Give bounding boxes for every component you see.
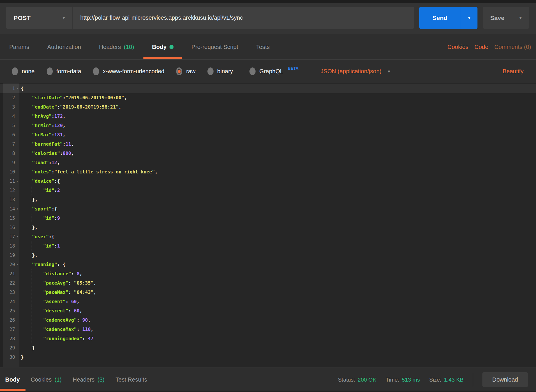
code-line[interactable]: 2 "startDate":"2019-06-20T19:00:00", [0,93,536,102]
radio-label: raw [186,68,195,75]
fold-arrow-icon[interactable]: ▾ [15,204,20,214]
code-line[interactable]: 30} [0,353,536,362]
code-line[interactable]: 20▾ "running": { [0,260,536,269]
code-line[interactable]: 12 "id":2 [0,186,536,195]
save-label: Save [490,14,504,21]
code-line[interactable]: 1▾{ [0,84,536,93]
tab-label: Headers [99,44,121,50]
code-line[interactable]: 8 "calories":800, [0,149,536,158]
tab-headers[interactable]: Headers(10) [99,35,134,59]
send-button[interactable]: Send [419,7,461,29]
radio-label: none [22,68,35,75]
download-button[interactable]: Download [482,372,528,387]
save-button[interactable]: Save [483,7,512,29]
code-line[interactable]: 23 "paceMax": "04:43", [0,288,536,297]
fold-arrow-icon[interactable]: ▾ [15,84,20,93]
send-dropdown-button[interactable]: ▾ [461,7,477,29]
fold-arrow-icon[interactable]: ▾ [15,232,20,241]
line-number: 25 [3,306,19,316]
code-line[interactable]: 18 "id":1 [0,241,536,251]
code-text: } [21,343,35,353]
code-line[interactable]: 15 "id":9 [0,214,536,223]
beautify-link[interactable]: Beautify [503,60,524,83]
line-number: 24 [3,297,19,306]
tab-count-badge: (1) [54,376,61,383]
request-toolbar: POST ▾ http://polar-flow-api-microservic… [0,3,536,34]
radio-x-www-form-urlencoded[interactable]: x-www-form-urlencoded [93,67,164,75]
radio-label: form-data [56,68,81,75]
line-number: 10 [3,167,19,177]
code-line[interactable]: 5 "hrMin":120, [0,121,536,130]
fold-arrow-icon[interactable]: ▾ [15,260,20,269]
radio-circle-icon [207,67,214,75]
code-line[interactable]: 11▾ "device":{ [0,177,536,186]
request-tab-links: Cookies Code Comments (0) [447,35,531,59]
code-line[interactable]: 24 "ascent": 60, [0,297,536,306]
response-tab-test-results[interactable]: Test Results [116,367,147,392]
code-line[interactable]: 29 } [0,343,536,353]
time-stat: Time: 513 ms [386,377,420,383]
code-line[interactable]: 6 "hrMax":181, [0,130,536,140]
code-line[interactable]: 9 "load":12, [0,158,536,167]
radio-raw[interactable]: raw [176,67,195,75]
response-tab-cookies[interactable]: Cookies(1) [31,367,62,392]
chevron-down-icon: ▾ [468,15,471,21]
tab-params[interactable]: Params [9,35,29,59]
fold-arrow-icon[interactable]: ▾ [15,177,20,186]
comments-link[interactable]: Comments (0) [494,44,531,50]
url-input[interactable]: http://polar-flow-api-microservices.apps… [73,7,414,29]
code-editor[interactable]: 1▾{2 "startDate":"2019-06-20T19:00:00",3… [0,83,536,367]
code-line[interactable]: 17▾ "user":{ [0,232,536,241]
beautify-label: Beautify [503,68,524,75]
line-number: 9 [3,158,19,167]
tab-label: Headers [73,376,95,383]
code-line[interactable]: 25 "descent": 60, [0,306,536,316]
code-line[interactable]: 19 }, [0,251,536,260]
line-number: 8 [3,149,19,158]
code-line[interactable]: 14▾ "sport":{ [0,204,536,214]
code-line[interactable]: 26 "cadenceAvg": 90, [0,316,536,325]
code-text: { [21,84,24,93]
radio-graphql[interactable]: GraphQLBETA [249,67,298,75]
code-line[interactable]: 27 "cadenceMax": 110, [0,325,536,334]
tab-pre-request-script[interactable]: Pre-request Script [192,35,238,59]
code-text: "user":{ [21,232,54,241]
radio-binary[interactable]: binary [207,67,233,75]
tab-authorization[interactable]: Authorization [47,35,81,59]
tab-body[interactable]: Body [152,35,174,59]
code-text: "distance": 8, [21,269,82,279]
code-line[interactable]: 7 "burnedFat":11, [0,140,536,149]
tab-tests[interactable]: Tests [256,35,270,59]
code-text: "startDate":"2019-06-20T19:00:00", [21,93,127,102]
request-tabs: ParamsAuthorizationHeaders(10)BodyPre-re… [9,35,270,59]
code-link[interactable]: Code [474,44,488,50]
save-dropdown-button[interactable]: ▾ [512,7,529,29]
code-line[interactable]: 4 "hrAvg":172, [0,112,536,121]
chevron-down-icon: ▾ [388,69,390,74]
response-tab-body[interactable]: Body [5,367,20,392]
code-line[interactable]: 28 "runningIndex": 47 [0,334,536,343]
radio-none[interactable]: none [12,67,35,75]
line-number: 15 [3,214,19,223]
cookies-link[interactable]: Cookies [447,44,468,50]
radio-label: x-www-form-urlencoded [103,68,164,75]
url-text: http://polar-flow-api-microservices.apps… [80,14,243,21]
code-line[interactable]: 10 "notes":"feel a little stress on righ… [0,167,536,177]
code-line[interactable]: 21 "distance": 8, [0,269,536,279]
content-type-select[interactable]: JSON (application/json)▾ [320,68,390,75]
code-line[interactable]: 16 }, [0,223,536,232]
code-line[interactable]: 3 "endDate":"2019-06-20T19:58:21", [0,102,536,112]
status-label: Status: [338,377,355,383]
divider [473,373,473,386]
radio-form-data[interactable]: form-data [47,67,81,75]
response-tab-headers[interactable]: Headers(3) [73,367,105,392]
size-label: Size: [429,377,441,383]
code-line[interactable]: 13 }, [0,195,536,204]
tab-label: Tests [256,44,270,50]
size-stat: Size: 1.43 KB [429,377,464,383]
code-line[interactable]: 22 "paceAvg": "05:35", [0,279,536,288]
postman-request-window: POST ▾ http://polar-flow-api-microservic… [0,0,536,392]
request-tabs-row: ParamsAuthorizationHeaders(10)BodyPre-re… [0,35,536,60]
line-number: 13 [3,195,19,204]
method-select[interactable]: POST ▾ [6,7,73,29]
